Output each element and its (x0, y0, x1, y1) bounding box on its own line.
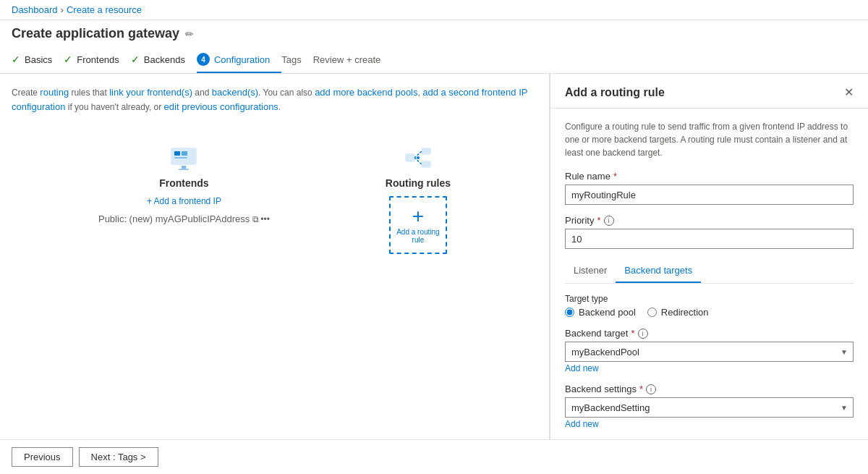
modal-description: Configure a routing rule to send traffic… (565, 120, 854, 159)
page-header: Create application gateway ✏ ✓ Basics ✓ … (0, 20, 868, 74)
routing-label: Routing rules (386, 177, 451, 189)
frontend-item: Public: (new) myAGPublicIPAddress ⧉ ••• (98, 213, 270, 224)
step-tags[interactable]: Tags (281, 47, 312, 73)
step-configuration-label: Configuration (214, 54, 270, 65)
radio-backend-pool-input[interactable] (565, 308, 574, 317)
backend-settings-select[interactable]: myBackendSetting (565, 397, 854, 418)
main-content: Create routing rules that link your fron… (0, 74, 868, 439)
modal-tabs: Listener Backend targets (565, 259, 854, 284)
svg-rect-5 (179, 169, 189, 170)
tab-listener[interactable]: Listener (565, 259, 616, 283)
target-type-group: Target type Backend pool Redirection (565, 294, 854, 318)
svg-point-9 (417, 156, 420, 159)
backend-target-info-icon[interactable]: i (638, 329, 648, 339)
copy-icon[interactable]: ⧉ (252, 214, 259, 224)
add-frontend-link[interactable]: + Add a frontend IP (147, 196, 221, 206)
step-review[interactable]: Review + create (313, 47, 393, 73)
radio-backend-pool[interactable]: Backend pool (565, 307, 636, 318)
svg-rect-3 (174, 157, 187, 158)
previous-button[interactable]: Previous (12, 447, 73, 467)
priority-label: Priority * i (565, 215, 854, 226)
step-basics-label: Basics (25, 54, 52, 65)
info-text: Create routing rules that link your fron… (12, 85, 537, 114)
tab-backend-targets[interactable]: Backend targets (616, 259, 701, 283)
breadcrumb: Dashboard › Create a resource (0, 0, 868, 20)
step-basics[interactable]: ✓ Basics (12, 47, 64, 73)
svg-rect-2 (182, 151, 187, 156)
priority-required: * (597, 215, 600, 226)
page-footer: Previous Next : Tags > (0, 439, 868, 474)
frontends-label: Frontends (159, 177, 208, 189)
add-new-backend-link[interactable]: Add new (565, 363, 854, 373)
radio-redirection[interactable]: Redirection (647, 307, 709, 318)
radio-redirection-label: Redirection (661, 307, 709, 318)
svg-rect-7 (422, 148, 430, 154)
priority-input[interactable] (565, 229, 854, 249)
step-backends-label: Backends (144, 54, 185, 65)
radio-redirection-input[interactable] (647, 308, 657, 317)
frontend-item-text: Public: (new) myAGPublicIPAddress (98, 213, 250, 224)
backend-target-group: Backend target * i myBackendPool ▼ Add n… (565, 328, 854, 373)
svg-rect-0 (171, 148, 196, 164)
step-configuration[interactable]: 4 Configuration (197, 47, 281, 73)
breadcrumb-sep-1: › (61, 4, 64, 15)
backend-target-select-wrapper: myBackendPool ▼ (565, 342, 854, 362)
svg-rect-6 (406, 154, 414, 161)
more-icon[interactable]: ••• (260, 214, 270, 224)
breadcrumb-create-resource[interactable]: Create a resource (67, 4, 142, 15)
backend-settings-info-icon[interactable]: i (646, 384, 656, 394)
backend-settings-select-wrapper: myBackendSetting ▼ (565, 397, 854, 418)
step-frontends-label: Frontends (77, 54, 119, 65)
edit-icon[interactable]: ✏ (185, 28, 194, 40)
step-frontends[interactable]: ✓ Frontends (64, 47, 131, 73)
backend-settings-label: Backend settings * i (565, 384, 854, 394)
svg-rect-4 (182, 166, 186, 169)
add-new-settings-link[interactable]: Add new (565, 419, 854, 429)
backend-target-label: Backend target * i (565, 328, 854, 339)
step-frontends-check-icon: ✓ (64, 54, 72, 65)
add-routing-label: Add a routing rule (391, 228, 446, 244)
next-button[interactable]: Next : Tags > (79, 447, 158, 467)
page-title: Create application gateway (12, 26, 179, 41)
routing-link[interactable]: routing (40, 87, 69, 98)
backend-target-required: * (631, 328, 634, 339)
step-tags-label: Tags (281, 54, 301, 65)
frontend-item-icons: ⧉ ••• (252, 214, 270, 224)
add-routing-plus-icon: + (412, 206, 424, 227)
backend-settings-group: Backend settings * i myBackendSetting ▼ … (565, 384, 854, 429)
routing-icon (403, 143, 433, 173)
link-add-backend[interactable]: add more backend pools (315, 87, 417, 98)
breadcrumb-dashboard[interactable]: Dashboard (12, 4, 58, 15)
add-routing-rule-box[interactable]: + Add a routing rule (389, 196, 447, 254)
step-backends[interactable]: ✓ Backends (131, 47, 197, 73)
modal-close-button[interactable]: ✕ (844, 85, 854, 99)
step-backends-check-icon: ✓ (131, 54, 140, 65)
modal-title: Add a routing rule (565, 86, 665, 99)
frontends-icon-box: Frontends (159, 143, 208, 189)
link-backends[interactable]: backend(s) (212, 87, 258, 98)
link-edit-prev[interactable]: edit previous configurations (164, 101, 278, 112)
rule-name-required: * (613, 171, 617, 182)
step-configuration-number-icon: 4 (197, 53, 210, 66)
modal-body: Configure a routing rule to send traffic… (550, 109, 868, 439)
backend-settings-required: * (639, 384, 643, 394)
routing-column: Routing rules + Add a routing rule (386, 143, 451, 254)
link-frontends[interactable]: link your frontend(s) (109, 87, 192, 98)
radio-backend-pool-label: Backend pool (579, 307, 636, 318)
backend-target-select[interactable]: myBackendPool (565, 342, 854, 362)
step-review-label: Review + create (313, 54, 381, 65)
left-panel: Create routing rules that link your fron… (0, 74, 550, 439)
right-panel: Add a routing rule ✕ Configure a routing… (550, 74, 868, 439)
modal-header: Add a routing rule ✕ (550, 74, 868, 109)
priority-info-icon[interactable]: i (604, 216, 614, 226)
svg-rect-1 (174, 151, 180, 156)
target-type-radio-group: Backend pool Redirection (565, 307, 854, 318)
frontends-icon (169, 143, 199, 173)
wizard-steps: ✓ Basics ✓ Frontends ✓ Backends 4 Config… (12, 47, 856, 73)
priority-group: Priority * i (565, 215, 854, 249)
routing-icon-box: Routing rules (386, 143, 451, 189)
svg-rect-8 (422, 161, 430, 167)
step-basics-check-icon: ✓ (12, 54, 20, 65)
rule-name-input[interactable] (565, 185, 854, 205)
diagram-area: Frontends + Add a frontend IP Public: (n… (12, 128, 537, 268)
